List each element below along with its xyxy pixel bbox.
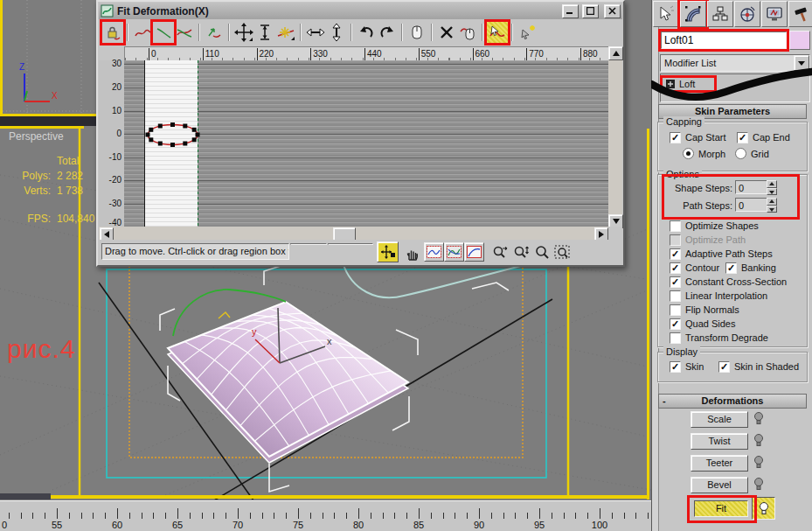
scrollbar-thumb[interactable] — [333, 227, 356, 241]
quad-sides-checkbox[interactable]: ✓Quad Sides — [670, 318, 735, 330]
lock-aspect-icon[interactable] — [517, 22, 538, 43]
mirror-horizontally-icon[interactable] — [305, 22, 326, 43]
ruler-tick — [105, 513, 106, 519]
move-control-point-icon[interactable] — [233, 22, 254, 43]
flip-normals-checkbox[interactable]: Flip Normals — [670, 304, 739, 316]
stack-item-loft[interactable]: Loft — [663, 78, 714, 90]
fit-curve-canvas[interactable] — [124, 60, 608, 227]
curve-view-3-icon[interactable] — [464, 242, 484, 262]
collapse-icon[interactable]: - — [663, 395, 666, 407]
shape-steps-field[interactable]: 0 — [735, 180, 768, 194]
select-arrow-icon[interactable] — [653, 1, 679, 27]
bevel-lamp-icon[interactable] — [753, 478, 764, 493]
display-x-axis-icon[interactable] — [132, 22, 153, 43]
ruler-tick — [202, 513, 203, 519]
rotate-90-ccw-icon[interactable] — [356, 22, 377, 43]
linear-interpolation-checkbox[interactable]: Linear Interpolation — [670, 290, 767, 302]
zoom-icon[interactable] — [531, 242, 552, 263]
grid-radio[interactable]: Grid — [735, 148, 769, 159]
teeter-deformation-button[interactable]: Teeter — [691, 455, 748, 472]
front-viewport[interactable]: Z X — [0, 0, 99, 117]
close-button[interactable] — [604, 4, 621, 18]
object-color-swatch[interactable] — [789, 31, 810, 50]
morph-radio[interactable]: Morph — [683, 148, 725, 159]
zoom-vertical-extents-icon[interactable] — [510, 242, 531, 263]
curve-view-2-icon[interactable] — [444, 242, 464, 262]
motion-tab-icon[interactable] — [734, 1, 760, 27]
object-name-field[interactable] — [661, 31, 787, 49]
loft-pillow-object[interactable] — [168, 302, 408, 457]
ruler-tick — [371, 513, 371, 519]
shape-steps-spinner[interactable] — [767, 180, 777, 195]
optimize-shapes-checkbox[interactable]: Optimize Shapes — [670, 220, 759, 232]
utilities-tab-icon[interactable] — [788, 1, 812, 27]
horizontal-scrollbar[interactable] — [99, 227, 608, 240]
make-symmetrical-lock-icon[interactable] — [102, 22, 123, 43]
constant-cross-section-checkbox[interactable]: ✓Constant Cross-Section — [670, 276, 787, 288]
teeter-lamp-icon[interactable] — [753, 456, 764, 471]
skin-in-shaded-checkbox[interactable]: ✓Skin in Shaded — [718, 360, 799, 373]
ruler-tick — [250, 513, 251, 519]
modifier-list-dropdown[interactable]: Modifier List — [660, 54, 810, 72]
get-shape-icon[interactable] — [406, 22, 427, 43]
dialog-titlebar[interactable]: Fit Deformation(X) — [99, 3, 622, 19]
display-tab-icon[interactable] — [761, 1, 788, 27]
swap-deform-curves-icon[interactable] — [204, 22, 225, 43]
adaptive-path-steps-checkbox[interactable]: ✓Adaptive Path Steps — [670, 248, 773, 260]
cap-end-checkbox[interactable]: ✓Cap End — [737, 131, 790, 143]
maximize-button[interactable] — [582, 4, 599, 18]
scale-lamp-icon[interactable] — [753, 412, 764, 427]
pan-hand-icon[interactable] — [402, 243, 423, 264]
fit-deformation-dialog[interactable]: Fit Deformation(X) — [96, 0, 625, 267]
move-lock-toggle-icon[interactable] — [377, 241, 399, 262]
delete-curve-icon[interactable] — [436, 22, 457, 43]
chevron-down-icon[interactable] — [794, 55, 809, 71]
fit-shape-curve — [343, 262, 538, 297]
ruler-tick — [406, 513, 407, 519]
viewport-label[interactable]: Perspective — [9, 130, 64, 143]
zoom-region-icon[interactable] — [552, 242, 573, 263]
display-xy-axes-icon[interactable] — [174, 22, 195, 43]
status-field-1[interactable] — [290, 243, 327, 245]
status-field-2[interactable] — [328, 243, 373, 245]
rollout-deformations[interactable]: - Deformations — [658, 394, 807, 409]
bevel-deformation-button[interactable]: Bevel — [691, 477, 748, 493]
bottom-ruler[interactable]: 0556065707580859095100 — [0, 500, 651, 531]
modify-tab-icon[interactable] — [680, 1, 706, 27]
fit-deformation-ellipse[interactable] — [148, 125, 198, 145]
banking-checkbox[interactable]: ✓Banking — [725, 262, 776, 274]
generate-path-icon[interactable] — [487, 22, 508, 43]
minimize-button[interactable] — [562, 4, 579, 18]
cap-start-checkbox[interactable]: ✓Cap Start — [670, 131, 725, 143]
modifier-stack[interactable]: Loft — [660, 73, 810, 102]
hierarchy-tab-icon[interactable] — [707, 1, 733, 27]
ruler-number: 60 — [112, 520, 122, 530]
expand-icon[interactable] — [666, 80, 675, 88]
path-steps-field[interactable]: 0 — [735, 198, 768, 212]
fit-lamp-icon[interactable] — [752, 497, 775, 520]
scroll-right-icon[interactable] — [594, 227, 608, 241]
twist-deformation-button[interactable]: Twist — [691, 433, 748, 450]
transform-degrade-checkbox[interactable]: Transform Degrade — [670, 332, 768, 344]
deformation-graph[interactable] — [124, 60, 608, 227]
mirror-vertically-icon[interactable] — [326, 22, 347, 43]
rotate-90-cw-icon[interactable] — [377, 22, 398, 43]
insert-corner-point-icon[interactable] — [275, 22, 296, 43]
ruler-tick — [9, 513, 10, 519]
twist-lamp-icon[interactable] — [753, 434, 764, 449]
scroll-left-icon[interactable] — [100, 227, 114, 241]
curve-view-1-icon[interactable] — [424, 242, 444, 262]
scale-control-point-icon[interactable] — [254, 22, 275, 43]
control-points[interactable] — [146, 122, 200, 147]
contour-checkbox[interactable]: ✓Contour — [670, 262, 719, 274]
scale-deformation-button[interactable]: Scale — [691, 411, 748, 428]
vertical-scrollbar[interactable] — [608, 46, 622, 227]
display-y-axis-icon[interactable] — [153, 22, 174, 43]
skin-checkbox[interactable]: ✓Skin — [670, 360, 704, 373]
scroll-up-icon[interactable] — [608, 46, 623, 60]
path-steps-spinner[interactable] — [767, 198, 777, 213]
zoom-horizontal-extents-icon[interactable] — [489, 242, 510, 263]
y-axis-label: -10 — [109, 152, 121, 162]
delete-control-point-icon[interactable] — [457, 22, 478, 43]
fit-deformation-button[interactable]: Fit — [694, 500, 748, 517]
